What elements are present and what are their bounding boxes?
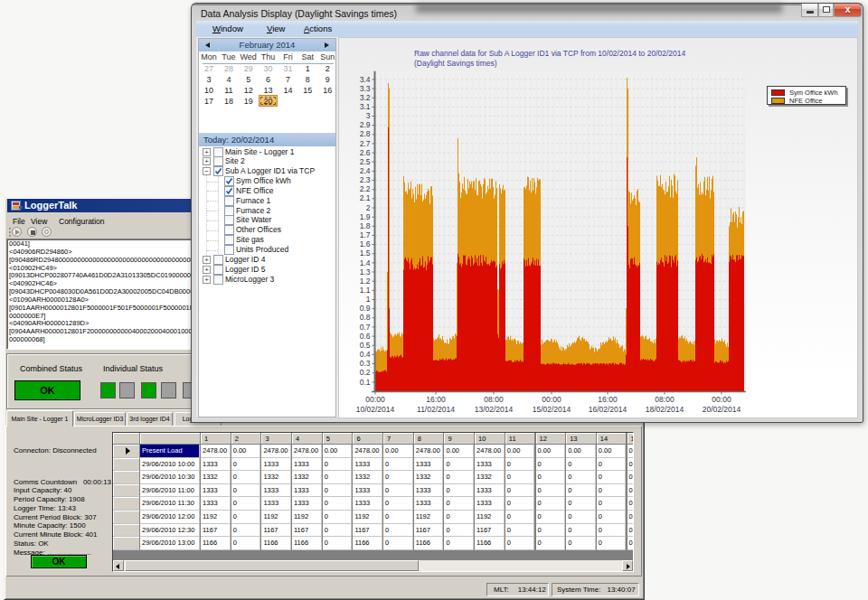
svg-text:1: 1 bbox=[366, 295, 371, 304]
svg-text:11/02/2014: 11/02/2014 bbox=[417, 405, 455, 414]
svg-text:16:00: 16:00 bbox=[598, 395, 618, 404]
svg-text:3: 3 bbox=[366, 111, 371, 120]
svg-text:1.7: 1.7 bbox=[360, 230, 371, 239]
svg-text:0.9: 0.9 bbox=[360, 304, 371, 313]
svg-text:2.7: 2.7 bbox=[360, 139, 371, 148]
svg-text:3.2: 3.2 bbox=[360, 93, 371, 102]
svg-text:0.8: 0.8 bbox=[360, 313, 371, 322]
svg-text:1.4: 1.4 bbox=[360, 258, 371, 267]
svg-text:2.2: 2.2 bbox=[360, 184, 371, 193]
svg-text:2.1: 2.1 bbox=[360, 193, 371, 202]
svg-text:1.8: 1.8 bbox=[360, 221, 371, 230]
svg-text:0.4: 0.4 bbox=[360, 350, 371, 359]
svg-text:1.6: 1.6 bbox=[360, 239, 371, 248]
svg-text:16:00: 16:00 bbox=[426, 395, 446, 404]
svg-text:2.4: 2.4 bbox=[360, 166, 371, 175]
svg-text:16/02/2014: 16/02/2014 bbox=[589, 405, 627, 414]
svg-text:2.5: 2.5 bbox=[360, 157, 371, 166]
svg-text:1.3: 1.3 bbox=[360, 267, 371, 277]
svg-text:1.2: 1.2 bbox=[360, 277, 371, 286]
svg-text:3.4: 3.4 bbox=[360, 75, 371, 84]
svg-text:2.9: 2.9 bbox=[360, 120, 371, 129]
svg-text:1.5: 1.5 bbox=[360, 248, 371, 258]
svg-text:00:00: 00:00 bbox=[365, 395, 385, 404]
svg-text:1.9: 1.9 bbox=[360, 212, 371, 221]
svg-text:1.1: 1.1 bbox=[360, 286, 371, 295]
svg-text:20/02/2014: 20/02/2014 bbox=[703, 405, 741, 414]
svg-text:0.3: 0.3 bbox=[360, 359, 371, 368]
svg-text:2: 2 bbox=[366, 203, 371, 212]
svg-text:0.2: 0.2 bbox=[360, 368, 371, 377]
svg-text:2.3: 2.3 bbox=[360, 175, 371, 184]
svg-text:3.3: 3.3 bbox=[360, 84, 371, 93]
svg-text:13/02/2014: 13/02/2014 bbox=[475, 405, 514, 414]
svg-text:00:00: 00:00 bbox=[712, 395, 731, 404]
svg-text:0.6: 0.6 bbox=[360, 332, 371, 341]
svg-text:3.1: 3.1 bbox=[360, 102, 371, 111]
svg-text:2.8: 2.8 bbox=[360, 129, 371, 138]
svg-text:15/02/2014: 15/02/2014 bbox=[533, 405, 571, 414]
svg-text:18/02/2014: 18/02/2014 bbox=[646, 405, 684, 414]
svg-text:10/02/2014: 10/02/2014 bbox=[356, 405, 395, 414]
svg-text:00:00: 00:00 bbox=[542, 395, 561, 404]
svg-text:0.5: 0.5 bbox=[360, 341, 371, 350]
svg-text:08:00: 08:00 bbox=[484, 395, 504, 404]
svg-text:08:00: 08:00 bbox=[655, 395, 675, 404]
svg-text:0.1: 0.1 bbox=[360, 378, 371, 387]
svg-text:0.7: 0.7 bbox=[360, 323, 371, 332]
svg-text:2.6: 2.6 bbox=[360, 148, 371, 157]
